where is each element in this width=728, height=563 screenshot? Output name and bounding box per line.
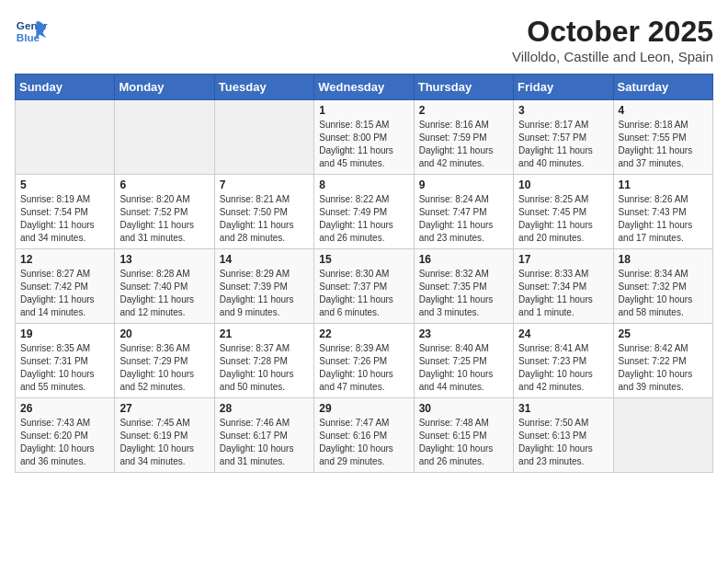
day-number: 25 [619, 327, 708, 340]
day-number: 13 [119, 253, 209, 266]
day-info: Sunrise: 8:32 AM Sunset: 7:35 PM Dayligh… [419, 268, 508, 319]
day-info: Sunrise: 8:36 AM Sunset: 7:29 PM Dayligh… [119, 342, 209, 394]
location-title: Villoldo, Castille and Leon, Spain [512, 49, 713, 64]
weekday-header-friday: Friday [514, 75, 613, 100]
calendar-cell: 24Sunrise: 8:41 AM Sunset: 7:23 PM Dayli… [514, 324, 613, 398]
day-number: 21 [220, 327, 309, 340]
calendar-cell: 19Sunrise: 8:35 AM Sunset: 7:31 PM Dayli… [16, 324, 115, 398]
day-info: Sunrise: 8:16 AM Sunset: 7:59 PM Dayligh… [419, 119, 508, 170]
day-number: 19 [20, 327, 109, 340]
calendar-cell [613, 398, 712, 473]
day-number: 15 [319, 253, 408, 266]
day-number: 28 [220, 402, 309, 415]
day-info: Sunrise: 8:18 AM Sunset: 7:55 PM Dayligh… [619, 119, 708, 170]
day-info: Sunrise: 8:39 AM Sunset: 7:26 PM Dayligh… [319, 342, 408, 394]
calendar-cell: 21Sunrise: 8:37 AM Sunset: 7:28 PM Dayli… [214, 324, 313, 398]
day-info: Sunrise: 8:35 AM Sunset: 7:31 PM Dayligh… [20, 342, 109, 394]
calendar-cell: 20Sunrise: 8:36 AM Sunset: 7:29 PM Dayli… [115, 324, 214, 398]
weekday-header-monday: Monday [115, 75, 214, 100]
day-number: 10 [518, 178, 608, 191]
day-info: Sunrise: 8:42 AM Sunset: 7:22 PM Dayligh… [619, 342, 708, 394]
calendar-cell: 29Sunrise: 7:47 AM Sunset: 6:16 PM Dayli… [314, 398, 414, 473]
calendar-cell [16, 100, 115, 175]
calendar-cell: 1Sunrise: 8:15 AM Sunset: 8:00 PM Daylig… [314, 100, 414, 175]
day-info: Sunrise: 8:28 AM Sunset: 7:40 PM Dayligh… [119, 268, 209, 319]
day-number: 26 [20, 402, 109, 415]
day-info: Sunrise: 7:50 AM Sunset: 6:13 PM Dayligh… [518, 417, 608, 468]
day-number: 30 [419, 402, 508, 415]
weekday-header-wednesday: Wednesday [314, 75, 414, 100]
calendar-cell: 7Sunrise: 8:21 AM Sunset: 7:50 PM Daylig… [214, 175, 313, 249]
calendar-cell: 8Sunrise: 8:22 AM Sunset: 7:49 PM Daylig… [314, 175, 414, 249]
week-row-4: 19Sunrise: 8:35 AM Sunset: 7:31 PM Dayli… [16, 324, 713, 398]
calendar-cell: 2Sunrise: 8:16 AM Sunset: 7:59 PM Daylig… [414, 100, 513, 175]
calendar-cell: 31Sunrise: 7:50 AM Sunset: 6:13 PM Dayli… [514, 398, 613, 473]
day-number: 8 [319, 178, 408, 191]
day-info: Sunrise: 7:45 AM Sunset: 6:19 PM Dayligh… [119, 417, 209, 468]
day-number: 4 [619, 104, 708, 117]
day-number: 23 [419, 327, 508, 340]
week-row-3: 12Sunrise: 8:27 AM Sunset: 7:42 PM Dayli… [16, 249, 713, 324]
calendar-cell: 10Sunrise: 8:25 AM Sunset: 7:45 PM Dayli… [514, 175, 613, 249]
calendar-cell: 22Sunrise: 8:39 AM Sunset: 7:26 PM Dayli… [314, 324, 414, 398]
day-number: 29 [319, 402, 408, 415]
calendar-cell: 15Sunrise: 8:30 AM Sunset: 7:37 PM Dayli… [314, 249, 414, 324]
day-number: 22 [319, 327, 408, 340]
weekday-header-thursday: Thursday [414, 75, 513, 100]
calendar-cell: 5Sunrise: 8:19 AM Sunset: 7:54 PM Daylig… [16, 175, 115, 249]
week-row-2: 5Sunrise: 8:19 AM Sunset: 7:54 PM Daylig… [16, 175, 713, 249]
day-info: Sunrise: 8:25 AM Sunset: 7:45 PM Dayligh… [518, 193, 608, 245]
weekday-header-sunday: Sunday [16, 75, 115, 100]
day-number: 6 [119, 178, 209, 191]
calendar-cell: 17Sunrise: 8:33 AM Sunset: 7:34 PM Dayli… [514, 249, 613, 324]
day-info: Sunrise: 7:46 AM Sunset: 6:17 PM Dayligh… [220, 417, 309, 468]
day-info: Sunrise: 8:20 AM Sunset: 7:52 PM Dayligh… [119, 193, 209, 245]
day-number: 17 [518, 253, 608, 266]
day-info: Sunrise: 8:19 AM Sunset: 7:54 PM Dayligh… [20, 193, 109, 245]
day-info: Sunrise: 8:40 AM Sunset: 7:25 PM Dayligh… [419, 342, 508, 394]
title-block: October 2025 Villoldo, Castille and Leon… [512, 15, 713, 64]
day-info: Sunrise: 7:43 AM Sunset: 6:20 PM Dayligh… [20, 417, 109, 468]
day-number: 7 [220, 178, 309, 191]
day-number: 11 [619, 178, 708, 191]
day-number: 14 [220, 253, 309, 266]
day-number: 24 [518, 327, 608, 340]
day-info: Sunrise: 7:47 AM Sunset: 6:16 PM Dayligh… [319, 417, 408, 468]
calendar-cell: 13Sunrise: 8:28 AM Sunset: 7:40 PM Dayli… [115, 249, 214, 324]
weekday-header-saturday: Saturday [613, 75, 712, 100]
month-title: October 2025 [512, 15, 713, 49]
day-info: Sunrise: 8:21 AM Sunset: 7:50 PM Dayligh… [220, 193, 309, 245]
logo: General Blue [15, 15, 48, 48]
day-info: Sunrise: 8:30 AM Sunset: 7:37 PM Dayligh… [319, 268, 408, 319]
calendar-cell [214, 100, 313, 175]
day-info: Sunrise: 8:29 AM Sunset: 7:39 PM Dayligh… [220, 268, 309, 319]
calendar-cell: 28Sunrise: 7:46 AM Sunset: 6:17 PM Dayli… [214, 398, 313, 473]
calendar-cell: 3Sunrise: 8:17 AM Sunset: 7:57 PM Daylig… [514, 100, 613, 175]
day-info: Sunrise: 8:41 AM Sunset: 7:23 PM Dayligh… [518, 342, 608, 394]
page-header: General Blue October 2025 Villoldo, Cast… [15, 15, 713, 64]
day-number: 2 [419, 104, 508, 117]
day-number: 18 [619, 253, 708, 266]
calendar-cell: 25Sunrise: 8:42 AM Sunset: 7:22 PM Dayli… [613, 324, 712, 398]
calendar-cell: 26Sunrise: 7:43 AM Sunset: 6:20 PM Dayli… [16, 398, 115, 473]
day-info: Sunrise: 8:26 AM Sunset: 7:43 PM Dayligh… [619, 193, 708, 245]
calendar-cell: 23Sunrise: 8:40 AM Sunset: 7:25 PM Dayli… [414, 324, 513, 398]
day-info: Sunrise: 8:24 AM Sunset: 7:47 PM Dayligh… [419, 193, 508, 245]
calendar-cell: 11Sunrise: 8:26 AM Sunset: 7:43 PM Dayli… [613, 175, 712, 249]
day-info: Sunrise: 8:33 AM Sunset: 7:34 PM Dayligh… [518, 268, 608, 319]
day-number: 31 [518, 402, 608, 415]
calendar-cell: 18Sunrise: 8:34 AM Sunset: 7:32 PM Dayli… [613, 249, 712, 324]
day-info: Sunrise: 8:15 AM Sunset: 8:00 PM Dayligh… [319, 119, 408, 170]
calendar-cell: 4Sunrise: 8:18 AM Sunset: 7:55 PM Daylig… [613, 100, 712, 175]
day-info: Sunrise: 8:37 AM Sunset: 7:28 PM Dayligh… [220, 342, 309, 394]
calendar-cell: 16Sunrise: 8:32 AM Sunset: 7:35 PM Dayli… [414, 249, 513, 324]
day-number: 27 [119, 402, 209, 415]
day-info: Sunrise: 8:22 AM Sunset: 7:49 PM Dayligh… [319, 193, 408, 245]
day-number: 3 [518, 104, 608, 117]
week-row-1: 1Sunrise: 8:15 AM Sunset: 8:00 PM Daylig… [16, 100, 713, 175]
day-info: Sunrise: 7:48 AM Sunset: 6:15 PM Dayligh… [419, 417, 508, 468]
day-number: 5 [20, 178, 109, 191]
day-info: Sunrise: 8:34 AM Sunset: 7:32 PM Dayligh… [619, 268, 708, 319]
day-number: 20 [119, 327, 209, 340]
calendar-table: SundayMondayTuesdayWednesdayThursdayFrid… [15, 74, 713, 473]
